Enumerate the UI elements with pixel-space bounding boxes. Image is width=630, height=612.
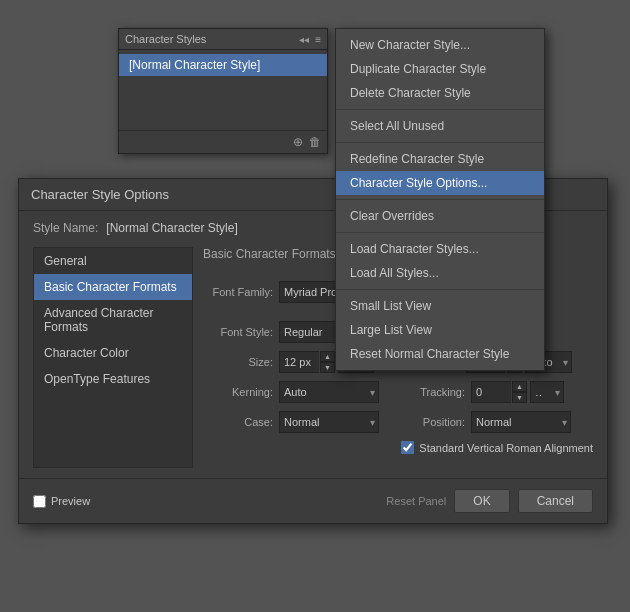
menu-item-char-style-options[interactable]: Character Style Options...: [336, 171, 544, 195]
footer-buttons: Reset Panel OK Cancel: [386, 489, 593, 513]
menu-item-new-char-style[interactable]: New Character Style...: [336, 33, 544, 57]
menu-item-load-all-styles[interactable]: Load All Styles...: [336, 261, 544, 285]
case-label: Case:: [203, 416, 273, 428]
menu-item-redefine-char-style[interactable]: Redefine Character Style: [336, 147, 544, 171]
position-label: Position:: [395, 416, 465, 428]
menu-item-duplicate-char-style[interactable]: Duplicate Character Style: [336, 57, 544, 81]
menu-divider-2: [336, 142, 544, 143]
size-input[interactable]: [279, 351, 319, 373]
delete-style-icon[interactable]: 🗑: [309, 135, 321, 149]
kerning-select-wrapper: Auto: [279, 381, 379, 403]
panel-collapse-btn[interactable]: ◂◂: [297, 34, 311, 45]
vertical-alignment-checkbox-row: Standard Vertical Roman Alignment: [401, 441, 593, 454]
size-decrement-btn[interactable]: ▼: [320, 362, 335, 373]
nav-item-basic-char-formats[interactable]: Basic Character Formats: [34, 274, 192, 300]
menu-divider-1: [336, 109, 544, 110]
panel-footer: ⊕ 🗑: [119, 130, 327, 153]
create-new-style-icon[interactable]: ⊕: [293, 135, 303, 149]
tracking-spinner: ▲ ▼ ‥: [471, 381, 564, 403]
vertical-alignment-label: Standard Vertical Roman Alignment: [419, 442, 593, 454]
position-select[interactable]: Normal: [471, 411, 571, 433]
size-increment-btn[interactable]: ▲: [320, 351, 335, 362]
case-position-row: Case: Normal Position: Normal: [203, 411, 593, 433]
nav-item-char-color[interactable]: Character Color: [34, 340, 192, 366]
menu-divider-3: [336, 199, 544, 200]
tracking-input[interactable]: [471, 381, 511, 403]
cancel-button[interactable]: Cancel: [518, 489, 593, 513]
panel-menu-btn[interactable]: ≡: [315, 34, 321, 45]
menu-item-reset-normal[interactable]: Reset Normal Character Style: [336, 342, 544, 366]
size-label: Size:: [203, 356, 273, 368]
menu-divider-4: [336, 232, 544, 233]
menu-item-load-char-styles[interactable]: Load Character Styles...: [336, 237, 544, 261]
style-name-label: Style Name:: [33, 221, 98, 235]
kerning-label: Kerning:: [203, 386, 273, 398]
vertical-alignment-checkbox[interactable]: [401, 441, 414, 454]
menu-divider-5: [336, 289, 544, 290]
case-select[interactable]: Normal: [279, 411, 379, 433]
kerning-tracking-row: Kerning: Auto Tracking: ▲ ▼: [203, 381, 593, 403]
character-styles-panel: Character Styles ◂◂ ≡ [Normal Character …: [118, 28, 328, 154]
reset-panel-button[interactable]: Reset Panel: [386, 495, 446, 507]
style-list: [Normal Character Style]: [119, 50, 327, 130]
preview-row: Preview: [33, 495, 90, 508]
ok-button[interactable]: OK: [454, 489, 509, 513]
font-style-label: Font Style:: [203, 326, 273, 338]
tracking-increment-btn[interactable]: ▲: [512, 381, 527, 392]
position-select-wrapper: Normal: [471, 411, 571, 433]
panel-controls: ◂◂ ≡: [297, 34, 321, 45]
tracking-unit-wrapper: ‥: [530, 381, 564, 403]
tracking-decrement-btn[interactable]: ▼: [512, 392, 527, 403]
case-select-wrapper: Normal: [279, 411, 379, 433]
style-item-normal[interactable]: [Normal Character Style]: [119, 54, 327, 76]
preview-checkbox[interactable]: [33, 495, 46, 508]
menu-item-large-list-view[interactable]: Large List View: [336, 318, 544, 342]
preview-label: Preview: [51, 495, 90, 507]
menu-item-small-list-view[interactable]: Small List View: [336, 294, 544, 318]
menu-item-select-all-unused[interactable]: Select All Unused: [336, 114, 544, 138]
tracking-unit-select[interactable]: ‥: [530, 381, 564, 403]
menu-item-clear-overrides[interactable]: Clear Overrides: [336, 204, 544, 228]
tracking-label: Tracking:: [395, 386, 465, 398]
menu-item-delete-char-style[interactable]: Delete Character Style: [336, 81, 544, 105]
nav-item-general[interactable]: General: [34, 248, 192, 274]
vertical-alignment-row: Standard Vertical Roman Alignment: [203, 441, 593, 460]
panel-title: Character Styles: [125, 33, 206, 45]
context-menu: New Character Style... Duplicate Charact…: [335, 28, 545, 371]
style-name-value: [Normal Character Style]: [106, 221, 237, 235]
nav-item-advanced-char-formats[interactable]: Advanced Character Formats: [34, 300, 192, 340]
font-family-label: Font Family:: [203, 286, 273, 298]
nav-item-opentype-features[interactable]: OpenType Features: [34, 366, 192, 392]
dialog-footer: Preview Reset Panel OK Cancel: [19, 478, 607, 523]
nav-list: General Basic Character Formats Advanced…: [33, 247, 193, 468]
panel-titlebar: Character Styles ◂◂ ≡: [119, 29, 327, 50]
kerning-select[interactable]: Auto: [279, 381, 379, 403]
